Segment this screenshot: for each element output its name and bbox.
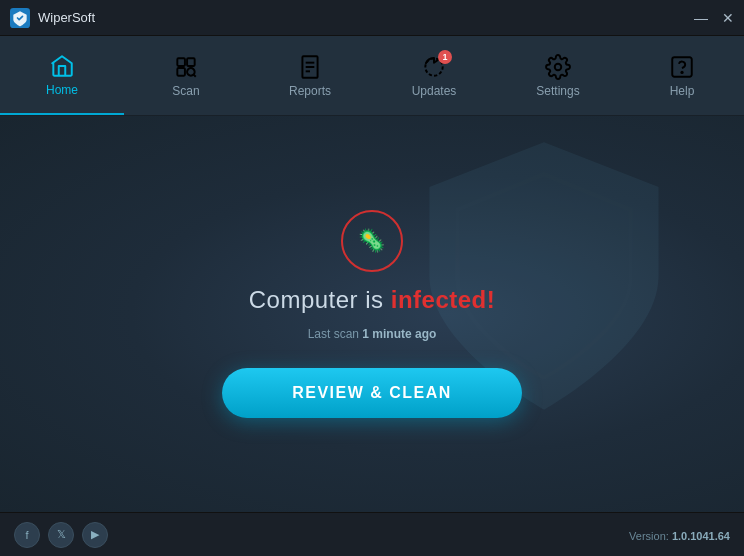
svg-point-10 bbox=[555, 63, 562, 70]
app-logo-icon bbox=[10, 8, 30, 28]
svg-rect-3 bbox=[177, 68, 185, 76]
nav-label-home: Home bbox=[46, 83, 78, 97]
nav-label-help: Help bbox=[670, 84, 695, 98]
last-scan-value: 1 minute ago bbox=[362, 327, 436, 341]
nav-item-reports[interactable]: Reports bbox=[248, 36, 372, 115]
svg-rect-1 bbox=[177, 58, 185, 66]
svg-line-5 bbox=[194, 74, 196, 76]
review-clean-button[interactable]: REVIEW & CLEAN bbox=[222, 368, 522, 418]
title-bar: WiperSoft — ✕ bbox=[0, 0, 744, 36]
settings-icon bbox=[545, 54, 571, 80]
version-line: Version: 1.0.1041.64 bbox=[629, 526, 730, 544]
content-wrapper: 🦠 Computer is infected! Last scan 1 minu… bbox=[222, 210, 522, 418]
youtube-button[interactable]: ▶ bbox=[82, 522, 108, 548]
svg-rect-2 bbox=[187, 58, 195, 66]
status-line: Computer is infected! bbox=[249, 286, 496, 314]
home-icon bbox=[49, 53, 75, 79]
updates-badge: 1 bbox=[438, 50, 452, 64]
version-label: Version: 1.0.1041.64 bbox=[629, 530, 730, 542]
nav-item-scan[interactable]: Scan bbox=[124, 36, 248, 115]
facebook-button[interactable]: f bbox=[14, 522, 40, 548]
nav-bar: Home Scan Reports Updates 1 bbox=[0, 36, 744, 116]
nav-item-help[interactable]: Help bbox=[620, 36, 744, 115]
last-scan-label: Last scan 1 minute ago bbox=[308, 327, 437, 341]
footer: f 𝕏 ▶ Version: 1.0.1041.64 bbox=[0, 512, 744, 556]
last-scan-line: Last scan 1 minute ago bbox=[308, 324, 437, 342]
version-value: 1.0.1041.64 bbox=[672, 530, 730, 542]
reports-icon bbox=[297, 54, 323, 80]
nav-item-home[interactable]: Home bbox=[0, 36, 124, 115]
nav-label-updates: Updates bbox=[412, 84, 457, 98]
minimize-button[interactable]: — bbox=[694, 11, 708, 25]
nav-item-settings[interactable]: Settings bbox=[496, 36, 620, 115]
main-content: 🦠 Computer is infected! Last scan 1 minu… bbox=[0, 116, 744, 512]
nav-label-reports: Reports bbox=[289, 84, 331, 98]
scan-icon bbox=[173, 54, 199, 80]
title-controls: — ✕ bbox=[694, 11, 734, 25]
virus-icon: 🦠 bbox=[358, 228, 385, 254]
nav-label-settings: Settings bbox=[536, 84, 579, 98]
social-icons: f 𝕏 ▶ bbox=[14, 522, 108, 548]
status-prefix: Computer is bbox=[249, 286, 391, 313]
title-left: WiperSoft bbox=[10, 8, 95, 28]
app-title: WiperSoft bbox=[38, 10, 95, 25]
nav-label-scan: Scan bbox=[172, 84, 199, 98]
virus-icon-ring: 🦠 bbox=[341, 210, 403, 272]
status-infected: infected! bbox=[391, 286, 496, 313]
help-icon bbox=[669, 54, 695, 80]
status-text: Computer is infected! bbox=[249, 286, 496, 313]
nav-item-updates[interactable]: Updates 1 bbox=[372, 36, 496, 115]
close-button[interactable]: ✕ bbox=[722, 11, 734, 25]
svg-point-4 bbox=[187, 68, 195, 76]
twitter-button[interactable]: 𝕏 bbox=[48, 522, 74, 548]
